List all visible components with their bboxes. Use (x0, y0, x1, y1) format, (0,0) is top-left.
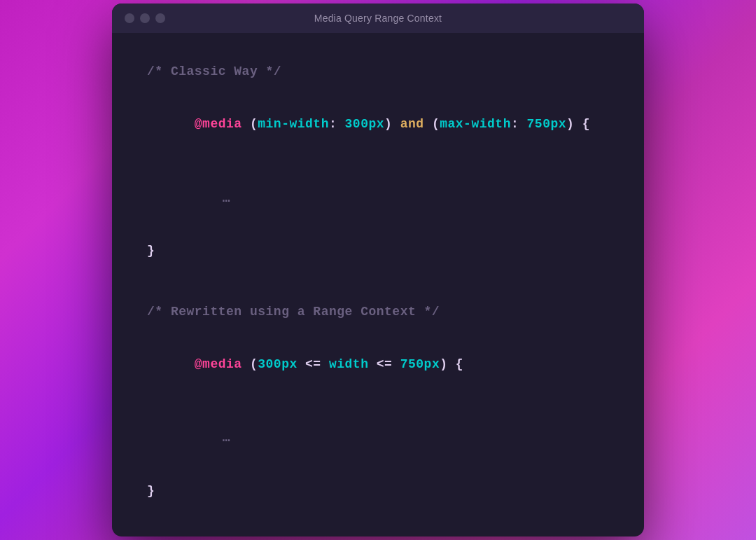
min-width-prop: min-width (258, 117, 329, 131)
val-300px-1: 300px (345, 117, 385, 131)
close-brace-inline-2: ) { (440, 357, 463, 371)
val-750px-1: 750px (527, 117, 567, 131)
width-prop: width (329, 357, 369, 371)
paren-close-1: ) (384, 117, 392, 131)
colon-2: : (511, 117, 527, 131)
ellipsis-2: … (147, 406, 609, 471)
paren-open-1: ( (242, 117, 258, 131)
val-750px-2: 750px (400, 357, 440, 371)
traffic-lights (125, 13, 165, 23)
window-title: Media Query Range Context (314, 13, 442, 24)
max-width-prop: max-width (440, 117, 511, 131)
media-keyword-2: @media (195, 357, 242, 371)
code-window: Media Query Range Context /* Classic Way… (112, 4, 644, 537)
titlebar: Media Query Range Context (112, 4, 644, 33)
minimize-button[interactable] (140, 13, 150, 23)
comment-range: /* Rewritten using a Range Context */ (147, 301, 609, 323)
close-button[interactable] (125, 13, 134, 23)
media-keyword-1: @media (195, 117, 242, 131)
and-operator: and (392, 117, 432, 131)
code-area: /* Classic Way */ @media (min-width: 300… (112, 33, 644, 537)
maximize-button[interactable] (155, 13, 165, 23)
paren-open-2: ( (432, 117, 440, 131)
close-brace-inline-1: ) { (566, 117, 590, 131)
paren-open-3: ( (242, 357, 258, 371)
val-300px-2: 300px (258, 357, 298, 371)
colon-1: : (329, 117, 345, 131)
media-query-classic: @media (min-width: 300px) and (max-width… (147, 92, 609, 156)
media-query-range: @media (300px <= width <= 750px) { (147, 332, 609, 396)
comment-classic: /* Classic Way */ (147, 61, 609, 83)
close-brace-2: } (147, 480, 609, 502)
op-lte-2: <= (368, 357, 400, 371)
ellipsis-1: … (147, 166, 609, 230)
op-lte-1: <= (298, 357, 329, 371)
close-brace-1: } (147, 240, 609, 262)
